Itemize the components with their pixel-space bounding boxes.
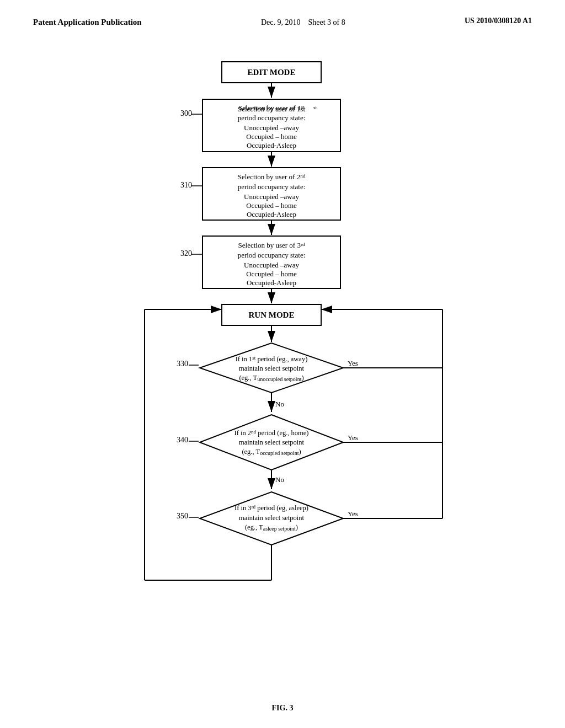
svg-text:period occupancy state:: period occupancy state: bbox=[238, 251, 306, 259]
svg-text:Occupied – home: Occupied – home bbox=[246, 201, 297, 210]
page: Patent Application Publication Dec. 9, 2… bbox=[0, 0, 565, 728]
step-350-num: 350 bbox=[177, 512, 188, 520]
step-310-num: 310 bbox=[180, 181, 192, 189]
svg-text:Unoccupied –away: Unoccupied –away bbox=[244, 124, 299, 132]
sheet-info: Sheet 3 of 8 bbox=[308, 18, 345, 26]
svg-text:Occupied – home: Occupied – home bbox=[246, 270, 297, 278]
flowchart: EDIT MODE 300 Selection by user of 1st s… bbox=[89, 51, 476, 687]
header-left: Patent Application Publication bbox=[33, 17, 142, 28]
svg-text:Yes: Yes bbox=[348, 510, 358, 518]
svg-text:period occupancy state:: period occupancy state: bbox=[238, 183, 306, 191]
svg-text:maintain  select  setpoint: maintain select setpoint bbox=[239, 365, 305, 372]
svg-text:st: st bbox=[313, 105, 317, 110]
svg-text:If in 2nd period (eg., home): If in 2nd period (eg., home) bbox=[234, 429, 308, 437]
step-300-num: 300 bbox=[180, 109, 192, 117]
svg-text:Occupied – home: Occupied – home bbox=[246, 132, 297, 141]
svg-text:maintain  select  setpoint: maintain select setpoint bbox=[239, 514, 305, 522]
svg-text:Yes: Yes bbox=[348, 359, 358, 367]
svg-text:If in 1st period (eg., away): If in 1st period (eg., away) bbox=[236, 355, 308, 363]
figure-caption: FIG. 3 bbox=[33, 704, 532, 713]
header-center: Dec. 9, 2010 Sheet 3 of 8 bbox=[261, 17, 345, 29]
svg-text:Occupied-Asleep: Occupied-Asleep bbox=[247, 210, 296, 218]
publication-title: Patent Application Publication bbox=[33, 18, 142, 26]
svg-text:Unoccupied –away: Unoccupied –away bbox=[244, 192, 299, 201]
svg-text:Occupied-Asleep: Occupied-Asleep bbox=[247, 141, 296, 149]
svg-text:Selection by user of 3rd: Selection by user of 3rd bbox=[238, 241, 305, 249]
svg-text:maintain  select  setpoint: maintain select setpoint bbox=[239, 438, 305, 446]
svg-text:No: No bbox=[275, 475, 284, 484]
publication-date: Dec. 9, 2010 bbox=[261, 18, 301, 26]
step-340-num: 340 bbox=[177, 436, 188, 444]
svg-text:period occupancy state:: period occupancy state: bbox=[238, 114, 306, 122]
svg-text:Yes: Yes bbox=[348, 433, 358, 442]
step-330-num: 330 bbox=[177, 360, 188, 368]
svg-text:Occupied-Asleep: Occupied-Asleep bbox=[247, 279, 296, 287]
header: Patent Application Publication Dec. 9, 2… bbox=[33, 17, 532, 29]
flowchart-svg: EDIT MODE 300 Selection by user of 1st s… bbox=[89, 51, 476, 685]
edit-mode-label: EDIT MODE bbox=[248, 68, 296, 77]
run-mode-label: RUN MODE bbox=[249, 311, 295, 319]
patent-number: US 2010/0308120 A1 bbox=[465, 17, 532, 25]
svg-text:Unoccupied –away: Unoccupied –away bbox=[244, 261, 299, 269]
fig-label: FIG. 3 bbox=[272, 704, 294, 712]
svg-text:If in 3rd period (eg, asleep): If in 3rd period (eg, asleep) bbox=[234, 504, 308, 512]
svg-text:No: No bbox=[275, 400, 284, 408]
step-320-num: 320 bbox=[180, 249, 192, 258]
svg-text:Selection by user of 2nd: Selection by user of 2nd bbox=[238, 173, 306, 181]
svg-text:Selection by user of 1st: Selection by user of 1st bbox=[238, 104, 305, 112]
header-right: US 2010/0308120 A1 bbox=[465, 17, 532, 25]
